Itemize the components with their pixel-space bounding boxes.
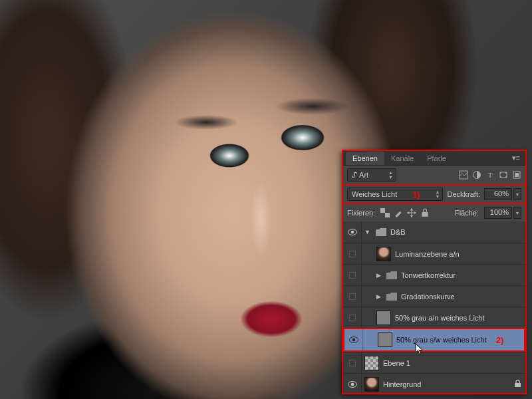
blend-mode-dropdown[interactable]: Weiches Licht 1) ▲▼ — [347, 188, 443, 201]
svg-point-17 — [352, 338, 354, 341]
layer-group-dnb[interactable]: ▼ D&B — [343, 221, 525, 243]
filter-icons: T — [459, 170, 521, 180]
filter-row: ᔑ Art ▲▼ T — [343, 166, 525, 184]
svg-rect-13 — [422, 212, 428, 217]
filter-pixel-icon[interactable] — [459, 170, 468, 180]
layer-type-filter[interactable]: ᔑ Art ▲▼ — [347, 168, 396, 182]
layer-hintergrund[interactable]: Hintergrund — [343, 373, 525, 393]
tab-channels[interactable]: Kanäle — [384, 152, 420, 165]
layer-thumbnail — [378, 332, 392, 347]
panel-menu-icon[interactable]: ▾≡ — [507, 151, 525, 165]
layer-name: Tonwertkorrektur — [401, 271, 456, 279]
svg-rect-9 — [515, 173, 519, 177]
svg-rect-12 — [385, 213, 390, 217]
filter-type-icon[interactable]: T — [485, 170, 495, 180]
folder-icon — [386, 271, 397, 279]
visibility-toggle[interactable] — [343, 374, 362, 393]
folder-icon — [386, 293, 397, 301]
disclosure-triangle-icon[interactable]: ▼ — [364, 229, 370, 235]
eye-icon — [348, 381, 357, 388]
fill-label: Fläche: — [455, 209, 479, 217]
layer-name: 50% grau s/w weiches Licht — [396, 336, 487, 344]
layer-50-grau-an[interactable]: 50% grau a/n weiches Licht — [343, 307, 525, 328]
svg-point-4 — [500, 172, 501, 174]
layer-thumbnail — [364, 377, 379, 392]
svg-point-19 — [350, 382, 353, 385]
visibility-toggle[interactable] — [344, 329, 363, 350]
lock-pixels-icon[interactable] — [394, 208, 403, 217]
layer-thumbnail — [376, 247, 391, 261]
folder-icon — [376, 228, 386, 236]
svg-rect-11 — [380, 208, 385, 213]
visibility-toggle[interactable] — [343, 286, 362, 307]
layers-panel: Ebenen Kanäle Pfade ▾≡ ᔑ Art ▲▼ T Weiche… — [342, 150, 527, 394]
tab-paths[interactable]: Pfade — [420, 152, 453, 165]
lock-transparent-icon[interactable] — [380, 208, 390, 217]
lock-position-icon[interactable] — [407, 208, 416, 217]
lock-row: Fixieren: Fläche: 100% ▼ — [343, 204, 525, 221]
layer-name: Hintergrund — [383, 380, 421, 388]
layer-name: Luminanzebene a/n — [395, 250, 460, 258]
svg-point-5 — [505, 172, 507, 174]
layer-ebene-1[interactable]: Ebene 1 — [343, 352, 525, 373]
lock-all-icon[interactable] — [420, 208, 430, 217]
disclosure-triangle-icon[interactable]: ▶ — [376, 293, 381, 300]
visibility-toggle[interactable] — [343, 265, 362, 285]
layer-name: Ebene 1 — [383, 359, 410, 367]
disclosure-triangle-icon[interactable]: ▶ — [376, 272, 381, 279]
visibility-toggle[interactable] — [343, 352, 362, 373]
blend-row: Weiches Licht 1) ▲▼ Deckkraft: 60% ▼ — [343, 184, 525, 204]
opacity-flyout-icon[interactable]: ▼ — [513, 188, 521, 200]
annotation-2: 2) — [495, 335, 505, 345]
svg-text:T: T — [488, 171, 493, 179]
layer-50-grau-sw[interactable]: 50% grau s/w weiches Licht 2) — [344, 329, 524, 350]
eye-icon — [348, 229, 357, 235]
visibility-toggle[interactable] — [343, 243, 362, 264]
layer-thumbnail — [364, 356, 379, 370]
tab-layers[interactable]: Ebenen — [346, 152, 384, 165]
visibility-toggle[interactable] — [343, 307, 362, 328]
eye-icon — [349, 336, 358, 343]
layer-list: ▼ D&B Luminanzebene a/n ▶ Tonwertkorrekt… — [343, 221, 525, 393]
fill-flyout-icon[interactable]: ▼ — [513, 207, 521, 219]
layer-group-tonwert[interactable]: ▶ Tonwertkorrektur — [343, 264, 525, 285]
lock-indicator-icon — [514, 380, 521, 389]
svg-point-15 — [350, 231, 353, 233]
annotation-1: 1) — [411, 190, 422, 200]
fill-input[interactable]: 100% — [484, 207, 512, 219]
opacity-input[interactable]: 60% — [484, 188, 512, 200]
layer-name: D&B — [390, 228, 406, 236]
lock-label: Fixieren: — [347, 209, 375, 217]
svg-point-6 — [500, 176, 501, 178]
filter-adjust-icon[interactable] — [472, 170, 481, 180]
layer-name: 50% grau a/n weiches Licht — [395, 314, 485, 322]
layer-name: Gradationskurve — [401, 293, 455, 301]
filter-shape-icon[interactable] — [499, 170, 508, 180]
panel-tabs: Ebenen Kanäle Pfade ▾≡ — [343, 151, 525, 166]
svg-point-7 — [505, 176, 507, 178]
svg-rect-20 — [515, 383, 521, 387]
layer-luminanzebene[interactable]: Luminanzebene a/n — [343, 243, 525, 264]
layer-group-gradation[interactable]: ▶ Gradationskurve — [343, 285, 525, 307]
opacity-label: Deckkraft: — [447, 190, 480, 198]
filter-smart-icon[interactable] — [512, 170, 521, 180]
visibility-toggle[interactable] — [343, 221, 362, 243]
layer-thumbnail — [376, 311, 391, 325]
